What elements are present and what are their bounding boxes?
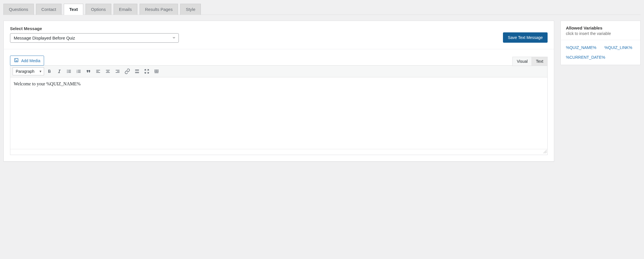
blockquote-button[interactable]	[84, 67, 93, 75]
tab-contact[interactable]: Contact	[36, 4, 62, 15]
italic-button[interactable]	[55, 67, 64, 75]
align-right-button[interactable]	[113, 67, 122, 75]
numbered-list-button[interactable]: 123	[74, 67, 83, 75]
tab-style[interactable]: Style	[180, 4, 201, 15]
svg-rect-8	[78, 70, 81, 70]
tab-questions[interactable]: Questions	[3, 4, 34, 15]
svg-rect-26	[156, 70, 157, 70]
save-text-message-button[interactable]: Save Text Message	[503, 32, 548, 43]
svg-rect-13	[96, 70, 100, 70]
svg-rect-23	[135, 71, 139, 72]
bold-button[interactable]	[45, 67, 54, 75]
read-more-button[interactable]	[133, 67, 141, 75]
fullscreen-button[interactable]	[142, 67, 151, 75]
svg-rect-16	[106, 70, 110, 70]
allowed-variables-subtitle: click to insert the variable	[566, 31, 635, 36]
svg-rect-27	[157, 70, 158, 70]
variable-quiz-name[interactable]: %QUIZ_NAME%	[566, 45, 597, 50]
svg-rect-29	[156, 71, 157, 72]
svg-rect-4	[68, 71, 71, 72]
add-media-button[interactable]: Add Media	[10, 56, 44, 66]
svg-point-0	[15, 59, 16, 60]
nav-tabs: Questions Contact Text Options Emails Re…	[3, 3, 641, 15]
editor-frame: Paragraph ▼	[10, 65, 548, 155]
tab-results-pages[interactable]: Results Pages	[140, 4, 178, 15]
bulleted-list-button[interactable]	[65, 67, 73, 75]
svg-rect-19	[116, 70, 119, 70]
editor-toolbar: Paragraph ▼	[10, 66, 547, 77]
editor-tab-visual[interactable]: Visual	[512, 57, 532, 66]
main-panel: Select Message Message Displayed Before …	[3, 21, 554, 162]
editor-status-bar	[10, 149, 547, 155]
svg-rect-17	[107, 71, 109, 72]
align-center-button[interactable]	[104, 67, 112, 75]
format-dropdown[interactable]: Paragraph ▼	[13, 67, 44, 75]
svg-rect-15	[96, 72, 100, 73]
align-left-button[interactable]	[94, 67, 102, 75]
svg-rect-31	[154, 72, 158, 73]
toolbar-toggle-button[interactable]	[152, 67, 161, 75]
caret-down-icon: ▼	[39, 70, 42, 73]
resize-grip-icon[interactable]	[543, 150, 547, 154]
allowed-variables-title: Allowed Variables	[566, 25, 635, 30]
link-button[interactable]	[123, 67, 132, 75]
media-icon	[14, 58, 19, 64]
svg-rect-21	[116, 72, 119, 73]
svg-rect-18	[106, 72, 110, 73]
svg-rect-24	[135, 72, 139, 73]
svg-rect-14	[96, 71, 98, 72]
svg-rect-10	[78, 71, 81, 72]
svg-text:3: 3	[77, 72, 78, 73]
add-media-label: Add Media	[21, 58, 40, 63]
allowed-variables-panel: Allowed Variables click to insert the va…	[560, 21, 641, 65]
svg-rect-30	[157, 71, 158, 72]
svg-point-5	[67, 72, 68, 73]
svg-rect-22	[135, 70, 139, 70]
tab-options[interactable]: Options	[86, 4, 111, 15]
tab-emails[interactable]: Emails	[114, 4, 137, 15]
svg-point-3	[67, 71, 68, 72]
format-value: Paragraph	[16, 69, 34, 74]
editor-mode-tabs: Visual Text	[513, 56, 548, 66]
editor-content-area[interactable]: Welcome to your %QUIZ_NAME%	[10, 77, 547, 149]
svg-rect-25	[154, 70, 155, 70]
select-message-label: Select Message	[10, 26, 179, 31]
svg-rect-12	[78, 72, 81, 73]
editor-tab-text[interactable]: Text	[532, 57, 548, 66]
variable-current-date[interactable]: %CURRENT_DATE%	[566, 55, 605, 60]
svg-rect-28	[154, 71, 155, 72]
svg-point-1	[67, 70, 68, 71]
select-message-dropdown[interactable]: Message Displayed Before Quiz	[10, 33, 179, 43]
svg-rect-20	[117, 71, 119, 72]
svg-rect-6	[68, 72, 71, 73]
tab-text[interactable]: Text	[64, 4, 83, 15]
svg-rect-2	[68, 70, 71, 70]
variable-quiz-link[interactable]: %QUIZ_LINK%	[605, 45, 632, 50]
